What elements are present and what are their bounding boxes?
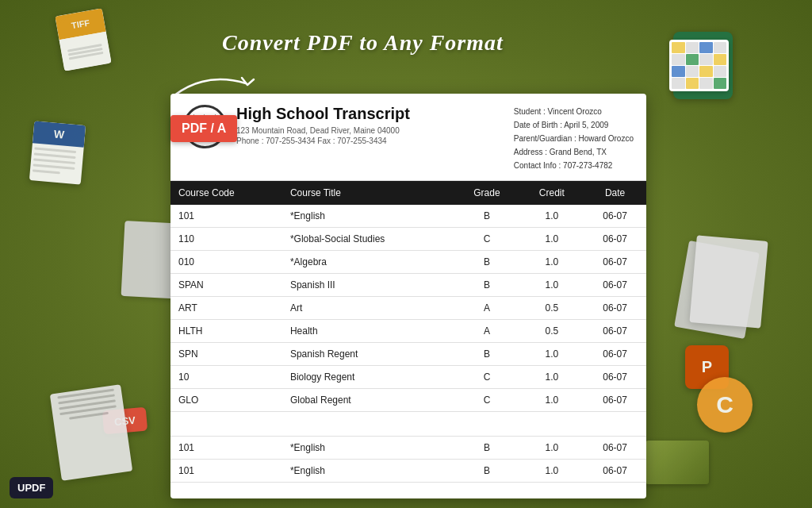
updf-logo: UPDF (10, 477, 53, 498)
cell-date: 06-07 (584, 320, 646, 343)
table-row: ART Art A 0.5 06-07 (170, 297, 646, 320)
cell-credit: 0.5 (519, 297, 584, 320)
cell-title: Spanish Regent (282, 343, 454, 366)
doc-title-block: High School Transcript 123 Mountain Road… (236, 105, 504, 172)
cell-credit: 0.5 (519, 320, 584, 343)
cell-code: SPN (170, 343, 282, 366)
deco-right-paper (689, 235, 768, 328)
cell-code: HLTH (170, 320, 282, 343)
col-header-credit: Credit (519, 181, 584, 205)
cell-date: 06-07 (584, 205, 646, 228)
cell-code: 101 (170, 437, 282, 460)
cell-credit: 1.0 (519, 343, 584, 366)
cell-title: Global Regent (282, 389, 454, 412)
cell-grade: C (454, 366, 520, 389)
cell-credit: 1.0 (519, 389, 584, 412)
cell-grade: B (454, 251, 520, 274)
doc-phone: Phone : 707-255-3434 Fax : 707-255-3434 (236, 137, 504, 145)
cell-date: 06-07 (584, 460, 646, 483)
cell-code: 10 (170, 366, 282, 389)
cell-date: 06-07 (584, 251, 646, 274)
cell-title: *Global-Social Studies (282, 228, 454, 251)
table-row-empty (170, 412, 646, 437)
col-header-grade: Grade (454, 181, 520, 205)
col-header-title: Course Title (282, 181, 454, 205)
cell-credit: 1.0 (519, 274, 584, 297)
cell-date: 06-07 (584, 228, 646, 251)
cell-grade: C (454, 389, 520, 412)
cell-grade: A (454, 297, 520, 320)
deco-tiff-doc: TIFF (55, 8, 111, 71)
table-row: 110 *Global-Social Studies C 1.0 06-07 (170, 228, 646, 251)
student-address: Address : Grand Bend, TX (514, 145, 634, 159)
cell-code: 110 (170, 228, 282, 251)
cell-code: ART (170, 297, 282, 320)
cell-credit: 1.0 (519, 251, 584, 274)
cell-grade: B (454, 343, 520, 366)
cell-title: *English (282, 460, 454, 483)
cell-credit: 1.0 (519, 437, 584, 460)
table-row: 101 *English B 1.0 06-07 (170, 437, 646, 460)
cell-title: *Algebra (282, 251, 454, 274)
student-info: Student : Vincent Orozco Date of Birth :… (514, 105, 634, 172)
col-header-date: Date (584, 181, 646, 205)
cell-credit: 1.0 (519, 460, 584, 483)
doc-title: High School Transcript (236, 105, 504, 123)
doc-address: 123 Mountain Road, Dead River, Maine 040… (236, 126, 504, 135)
cell-title: Spanish III (282, 274, 454, 297)
cell-date: 06-07 (584, 389, 646, 412)
deco-photo (645, 441, 709, 484)
table-header-row: Course Code Course Title Grade Credit Da… (170, 181, 646, 205)
deco-excel-grid (669, 40, 729, 91)
cell-grade: B (454, 274, 520, 297)
pdf-badge: PDF / A (170, 115, 237, 142)
cell-title: Biology Regent (282, 366, 454, 389)
cell-grade: B (454, 460, 520, 483)
cell-grade: B (454, 205, 520, 228)
table-row: GLO Global Regent C 1.0 06-07 (170, 389, 646, 412)
table-row: 010 *Algebra B 1.0 06-07 (170, 251, 646, 274)
cell-title: *English (282, 437, 454, 460)
cell-grade: A (454, 320, 520, 343)
cell-grade: C (454, 228, 520, 251)
student-name: Student : Vincent Orozco (514, 105, 634, 118)
table-row: SPAN Spanish III B 1.0 06-07 (170, 274, 646, 297)
cell-code: 010 (170, 251, 282, 274)
col-header-code: Course Code (170, 181, 282, 205)
table-row: 10 Biology Regent C 1.0 06-07 (170, 366, 646, 389)
table-row: SPN Spanish Regent B 1.0 06-07 (170, 343, 646, 366)
cell-title: Health (282, 320, 454, 343)
cell-code: 101 (170, 460, 282, 483)
deco-paper-left (50, 384, 132, 480)
transcript-table: Course Code Course Title Grade Credit Da… (170, 181, 646, 483)
cell-date: 06-07 (584, 274, 646, 297)
table-row: 101 *English B 1.0 06-07 (170, 205, 646, 228)
student-dob: Date of Birth : April 5, 2009 (514, 118, 634, 132)
doc-header: ★ ★ ★ 📚 High School Transcript 123 Mount… (170, 94, 646, 181)
deco-c-badge: C (697, 377, 753, 433)
cell-title: Art (282, 297, 454, 320)
table-row: 101 *English B 1.0 06-07 (170, 460, 646, 483)
cell-code: 101 (170, 205, 282, 228)
cell-credit: 1.0 (519, 205, 584, 228)
student-parent: Parent/Guardian : Howard Orozco (514, 132, 634, 145)
cell-date: 06-07 (584, 437, 646, 460)
cell-credit: 1.0 (519, 228, 584, 251)
cell-grade: B (454, 437, 520, 460)
cell-title: *English (282, 205, 454, 228)
cell-date: 06-07 (584, 343, 646, 366)
cell-code: GLO (170, 389, 282, 412)
cell-date: 06-07 (584, 366, 646, 389)
deco-word-doc: W (29, 121, 86, 184)
headline: Convert PDF to Any Format (222, 30, 504, 56)
cell-credit: 1.0 (519, 366, 584, 389)
cell-date: 06-07 (584, 297, 646, 320)
student-contact: Contact Info : 707-273-4782 (514, 159, 634, 172)
table-row: HLTH Health A 0.5 06-07 (170, 320, 646, 343)
cell-code: SPAN (170, 274, 282, 297)
document-card: ★ ★ ★ 📚 High School Transcript 123 Mount… (170, 94, 646, 498)
